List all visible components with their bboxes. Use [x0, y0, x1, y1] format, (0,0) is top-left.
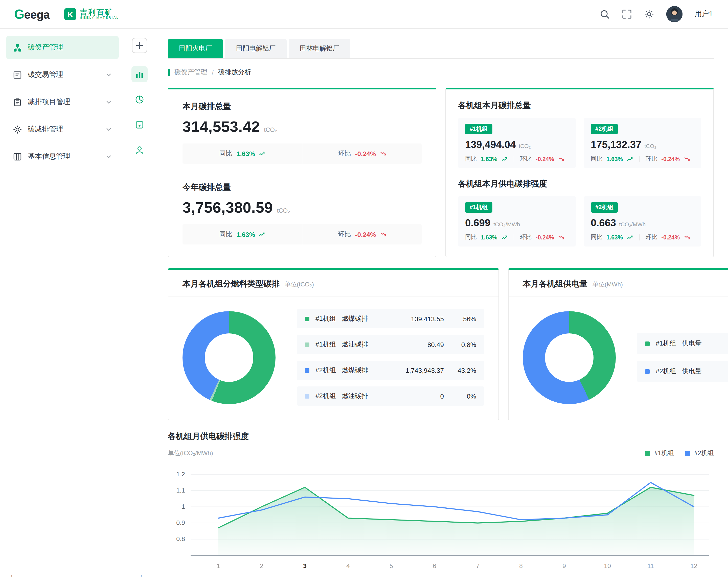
month-emission-value: 314,553.42: [182, 118, 260, 135]
line-chart-title: 各机组月供电碳排强度: [168, 432, 714, 442]
trend-up-icon: [259, 232, 265, 237]
sidebar-item-label: 基本信息管理: [28, 152, 100, 161]
month-emission-unit: tCO₂: [264, 126, 277, 133]
line-chart-meta: 单位(tCO₂/MWh) #1机组 #2机组: [168, 449, 714, 458]
rail-pie-chart-icon[interactable]: [132, 91, 148, 108]
fuel-donut-chart: [182, 311, 276, 404]
legend-label: 燃油碳排: [342, 392, 388, 401]
supply-legend: #1机组 供电量 199,515.6 43% #2机组 供电量 264,222.…: [637, 333, 728, 382]
user-name[interactable]: 用户1: [695, 9, 713, 19]
month-emission-value-row: 314,553.42 tCO₂: [182, 118, 422, 135]
user-avatar[interactable]: [666, 6, 683, 22]
legend-unit1[interactable]: #1机组: [645, 449, 674, 458]
tab-tianyang-thermal[interactable]: 田阳火电厂: [168, 39, 223, 58]
legend-series-name: #2机组: [694, 449, 714, 458]
yoy-value: 1.63%: [606, 156, 623, 162]
sidebar-item-basic-info[interactable]: 基本信息管理: [6, 145, 119, 168]
svg-text:1,1: 1,1: [176, 487, 185, 494]
unit-intensity-grid: #1机组 0.699tCO₂/MWh 同比1.63% 环比-0.24% #2机组…: [458, 196, 701, 247]
year-emission-value-row: 3,756,380.59 tCO₂: [182, 199, 422, 216]
geely-subtitle: GEELY MATERIAL: [80, 16, 119, 20]
sidebar-nav: 碳资产管理 碳交易管理 减排项目管理 碳减排管理: [0, 29, 125, 588]
legend-swatch: [305, 368, 309, 373]
legend-value: 0: [388, 392, 444, 400]
legend-percent: 0.8%: [444, 341, 476, 348]
geega-logo-text: eega: [24, 8, 49, 21]
trade-doc-icon: [13, 70, 22, 79]
mom-label: 环比: [520, 155, 531, 163]
yoy-value: 1.63%: [481, 234, 497, 240]
collapse-left-icon[interactable]: ←: [9, 570, 18, 580]
svg-text:11: 11: [647, 563, 654, 570]
legend-item: #2机组 供电量 264,222.4 57%: [637, 361, 728, 382]
legend-swatch: [305, 316, 309, 321]
divider: [513, 156, 514, 162]
yoy-value: 1.63%: [606, 234, 623, 240]
legend-series: #2机组: [316, 366, 342, 375]
unit-intensity-title: 各机组本月供电碳排强度: [458, 179, 701, 189]
rail-user-icon[interactable]: [132, 142, 148, 158]
unit2-badge: #2机组: [591, 124, 618, 134]
svg-text:6: 6: [433, 563, 436, 570]
rail-carbon-ledger-icon[interactable]: ¥: [132, 117, 148, 133]
legend-percent: 0%: [444, 392, 476, 400]
mom-stat: 环比 -0.24%: [302, 144, 422, 164]
fullscreen-icon[interactable]: [622, 9, 632, 19]
columns-icon: [13, 152, 22, 161]
expand-right-icon[interactable]: →: [135, 570, 144, 580]
tab-tianyang-aluminum[interactable]: 田阳电解铝厂: [225, 39, 287, 58]
legend-item: #2机组 燃煤碳排 1,743,943.37 43.2%: [297, 361, 484, 380]
add-panel-button[interactable]: [132, 38, 147, 53]
sidebar-item-reduction-project[interactable]: 减排项目管理: [6, 90, 119, 114]
year-emission-unit: tCO₂: [277, 207, 290, 214]
sidebar-item-carbon-asset[interactable]: 碳资产管理: [6, 36, 119, 59]
summary-card-row: 本月碳排总量 314,553.42 tCO₂ 同比 1.63% 环比: [168, 88, 714, 257]
legend-series: #1机组: [656, 339, 682, 348]
supply-card-header: 本月各机组供电量 单位(MWh): [509, 270, 728, 297]
trend-up-icon: [627, 156, 633, 162]
mom-stat: 环比 -0.24%: [302, 224, 422, 245]
tab-tianlin-aluminum[interactable]: 田林电解铝厂: [289, 39, 350, 58]
svg-text:12: 12: [690, 563, 697, 570]
supply-donut-chart: [523, 311, 616, 404]
sidebar-item-carbon-trade[interactable]: 碳交易管理: [6, 63, 119, 86]
supply-card-title: 本月各机组供电量: [523, 279, 587, 290]
trend-up-icon: [501, 235, 507, 240]
mom-value: -0.24%: [661, 234, 680, 240]
sidebar-item-label: 减排项目管理: [28, 98, 100, 107]
svg-text:1.2: 1.2: [176, 471, 185, 478]
trend-up-icon: [501, 156, 507, 162]
unit1-emission: #1机组 139,494.04tCO₂ 同比1.63% 环比-0.24%: [458, 118, 575, 168]
svg-text:1: 1: [182, 503, 185, 510]
breadcrumb-parent[interactable]: 碳资产管理: [175, 68, 207, 77]
main-content: 田阳火电厂 田阳电解铝厂 田林电解铝厂 碳资产管理 / 碳排放分析 本月碳排总量…: [154, 29, 728, 588]
chevron-down-icon: [106, 126, 112, 132]
legend-label: 燃煤碳排: [342, 314, 388, 323]
unit1-badge: #1机组: [465, 124, 492, 134]
unit1-emission-trends: 同比1.63% 环比-0.24%: [465, 155, 568, 163]
geely-name: 吉利百矿: [80, 8, 119, 16]
legend-label: 供电量: [682, 367, 728, 376]
chevron-down-icon: [106, 99, 112, 105]
plant-tabs: 田阳火电厂 田阳电解铝厂 田林电解铝厂: [168, 39, 714, 59]
legend-unit2[interactable]: #2机组: [685, 449, 714, 458]
legend-item: #2机组 燃油碳排 0 0%: [297, 386, 484, 406]
unit-emission-title: 各机组本月碳排总量: [458, 101, 701, 111]
geega-logo-g: G: [14, 6, 24, 21]
search-icon[interactable]: [600, 9, 610, 19]
unit2-intensity-unit: tCO₂/MWh: [619, 221, 646, 227]
month-trend-bar: 同比 1.63% 环比 -0.24%: [182, 144, 422, 164]
svg-text:0.9: 0.9: [176, 520, 185, 526]
trend-up-icon: [627, 235, 633, 240]
sidebar-item-label: 碳资产管理: [28, 43, 112, 52]
settings-gear-icon[interactable]: [644, 9, 654, 19]
sidebar-item-carbon-reduction[interactable]: 碳减排管理: [6, 118, 119, 141]
rail-bar-chart-icon[interactable]: [132, 66, 148, 82]
unit2-badge: #2机组: [591, 202, 618, 213]
divider: [639, 234, 640, 240]
unit1-badge: #1机组: [465, 202, 492, 213]
yoy-label: 同比: [219, 230, 232, 239]
legend-swatch: [645, 369, 650, 374]
svg-text:2: 2: [260, 563, 263, 570]
mom-value: -0.24%: [355, 150, 376, 158]
